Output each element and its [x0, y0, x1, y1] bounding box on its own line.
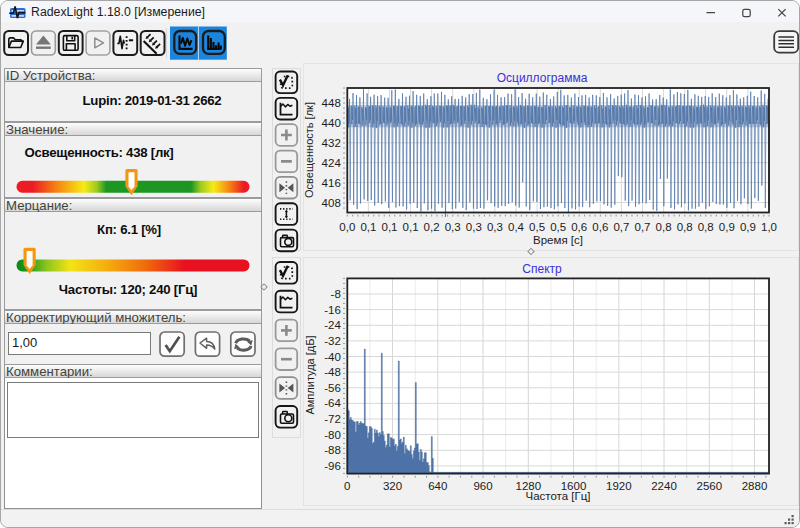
svg-text:0,6: 0,6 — [592, 221, 608, 233]
svg-text:-16: -16 — [324, 304, 341, 316]
svg-text:320: 320 — [383, 480, 402, 492]
svg-text:-24: -24 — [324, 319, 341, 331]
svg-text:-80: -80 — [324, 429, 341, 441]
svg-text:0,3: 0,3 — [466, 221, 482, 233]
svg-text:0,1: 0,1 — [382, 221, 398, 233]
svg-text:448: 448 — [322, 97, 341, 109]
svg-text:1,0: 1,0 — [761, 221, 777, 233]
svg-text:2880: 2880 — [742, 480, 768, 492]
svg-text:Осциллограмма: Осциллограмма — [497, 71, 588, 85]
svg-text:0: 0 — [344, 480, 350, 492]
svg-text:0,5: 0,5 — [550, 221, 566, 233]
svg-text:0,0: 0,0 — [339, 221, 355, 233]
svg-text:2240: 2240 — [651, 480, 677, 492]
svg-text:Частота [Гц]: Частота [Гц] — [525, 490, 590, 502]
svg-text:0,9: 0,9 — [740, 221, 756, 233]
svg-text:0,8: 0,8 — [698, 221, 714, 233]
svg-text:0,7: 0,7 — [613, 221, 629, 233]
svg-text:-8: -8 — [331, 288, 341, 300]
svg-text:0,8: 0,8 — [677, 221, 693, 233]
svg-text:1920: 1920 — [606, 480, 632, 492]
svg-text:-64: -64 — [324, 397, 341, 409]
svg-text:-72: -72 — [324, 413, 341, 425]
svg-text:0,9: 0,9 — [719, 221, 735, 233]
svg-text:640: 640 — [428, 480, 447, 492]
svg-text:Амплитуда [дБ]: Амплитуда [дБ] — [304, 335, 316, 414]
svg-text:432: 432 — [322, 137, 341, 149]
svg-text:0,6: 0,6 — [571, 221, 587, 233]
svg-text:-32: -32 — [324, 335, 341, 347]
svg-text:-56: -56 — [324, 382, 341, 394]
svg-text:960: 960 — [473, 480, 492, 492]
svg-text:424: 424 — [322, 157, 342, 169]
svg-text:Освещенность [лк]: Освещенность [лк] — [303, 102, 315, 198]
svg-text:440: 440 — [322, 117, 341, 129]
svg-text:0,1: 0,1 — [403, 221, 419, 233]
svg-text:Время [с]: Время [с] — [533, 234, 583, 246]
svg-text:-96: -96 — [324, 460, 341, 472]
svg-text:0,8: 0,8 — [656, 221, 672, 233]
svg-text:-48: -48 — [324, 366, 341, 378]
svg-text:0,4: 0,4 — [508, 221, 525, 233]
svg-text:0,3: 0,3 — [445, 221, 461, 233]
svg-text:0,3: 0,3 — [487, 221, 503, 233]
svg-text:0,5: 0,5 — [529, 221, 545, 233]
svg-text:408: 408 — [322, 197, 341, 209]
svg-text:0,1: 0,1 — [360, 221, 376, 233]
svg-text:-40: -40 — [324, 351, 341, 363]
svg-text:0,2: 0,2 — [424, 221, 440, 233]
svg-text:416: 416 — [322, 177, 341, 189]
svg-text:0,7: 0,7 — [635, 221, 651, 233]
svg-text:2560: 2560 — [697, 480, 723, 492]
svg-text:Спектр: Спектр — [522, 262, 562, 276]
svg-text:-88: -88 — [324, 444, 341, 456]
